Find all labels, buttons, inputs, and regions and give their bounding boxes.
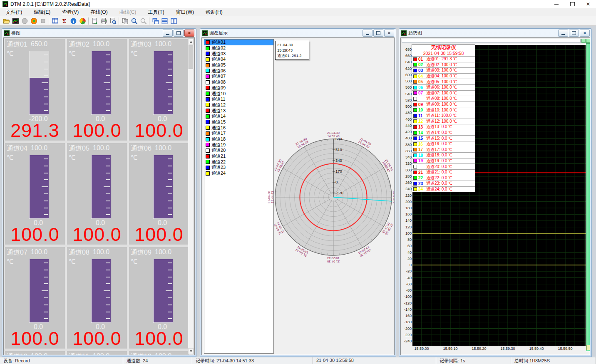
menu-item-1[interactable]: 文件(F) xyxy=(0,8,28,16)
menu-item-6[interactable]: 工具(T) xyxy=(142,8,170,16)
bar-cell-通道07: 通道07100.0℃0.0100.0 xyxy=(5,247,65,349)
unit-label: ℃ xyxy=(131,154,138,161)
channel-list-item-通道12[interactable]: 通道12 xyxy=(204,102,273,108)
bar-scrollbar[interactable] xyxy=(188,38,194,354)
legend-color-swatch xyxy=(413,80,417,84)
legend-row: 24通道24: 0.0 ℃ xyxy=(412,186,475,192)
gauge-tick xyxy=(106,158,110,159)
trend-maximize-button[interactable] xyxy=(569,30,579,37)
channel-name: 通道04 xyxy=(7,144,27,153)
bar-window-title-bar[interactable]: 棒图 × xyxy=(3,29,195,37)
trend-minimize-button[interactable] xyxy=(558,30,568,37)
legend-channel-value: 通道05: 100.0 ℃ xyxy=(426,79,457,85)
disc-maximize-button[interactable] xyxy=(373,30,383,37)
zoom-icon[interactable] xyxy=(129,17,139,25)
scroll-down-icon[interactable] xyxy=(188,348,194,354)
menu-item-8[interactable]: 帮助(H) xyxy=(200,8,228,16)
svg-text:-170: -170 xyxy=(335,191,343,195)
bar-close-button[interactable]: × xyxy=(184,30,194,37)
status-field-2: 通道数: 24 xyxy=(123,357,192,364)
realtime-display-icon[interactable] xyxy=(11,17,20,25)
channel-name: 通道08 xyxy=(69,248,89,257)
record-active-icon[interactable] xyxy=(29,17,38,25)
zoom-disabled-icon[interactable] xyxy=(139,17,148,25)
gauge-tick xyxy=(104,186,110,187)
channel-list-item-通道05[interactable]: 通道05 xyxy=(204,62,273,68)
scroll-up-icon[interactable] xyxy=(188,39,194,45)
legend-channel-value: 通道22: 0.0 ℃ xyxy=(426,175,452,181)
trend-scroll-left-box[interactable] xyxy=(581,39,586,43)
trend-h-scrollbar[interactable] xyxy=(402,39,581,43)
maximize-button[interactable] xyxy=(564,0,580,8)
channel-name: 通道09 xyxy=(131,248,151,257)
channel-list-item-通道07[interactable]: 通道07 xyxy=(204,74,273,79)
trend-close-button[interactable]: × xyxy=(580,30,590,37)
trend-v-scrollbar-thumb[interactable] xyxy=(586,345,590,350)
channel-list-item-通道09[interactable]: 通道09 xyxy=(204,85,273,91)
channel-name: 通道02 xyxy=(69,40,89,49)
channel-color-swatch xyxy=(206,80,210,84)
legend-channel-number: 15 xyxy=(418,136,425,141)
info-icon[interactable]: i xyxy=(69,17,78,25)
svg-text:15:44:43: 15:44:43 xyxy=(271,191,274,203)
disc-window-title-bar[interactable]: 圆盘显示 × xyxy=(201,29,395,37)
minimize-button[interactable] xyxy=(549,0,564,8)
trend-scroll-right-box[interactable] xyxy=(586,39,590,43)
trend-v-scrollbar[interactable] xyxy=(586,43,590,351)
menu-item-7[interactable]: 窗口(W) xyxy=(170,8,200,16)
channel-list-item-通道01[interactable]: 通道01 xyxy=(204,40,273,45)
legend-color-swatch xyxy=(413,74,417,78)
bar-minimize-button[interactable] xyxy=(163,30,173,37)
tile-horizontal-icon[interactable] xyxy=(160,17,169,25)
data-table-icon[interactable] xyxy=(50,17,60,25)
legend-channel-value: 通道07: 100.0 ℃ xyxy=(426,90,457,96)
close-button[interactable]: ✕ xyxy=(580,0,596,8)
print-preview-icon[interactable] xyxy=(108,17,117,25)
gauge-tick xyxy=(106,104,110,104)
gauge-tick xyxy=(106,262,110,263)
trend-window-title-bar[interactable]: 趋势图 × xyxy=(400,29,590,37)
gauge-tick xyxy=(44,158,48,159)
legend-channel-value: 通道20: 0.0 ℃ xyxy=(426,164,452,170)
menu-item-2[interactable]: 编辑(E) xyxy=(28,8,56,16)
menu-item-5[interactable]: 曲线(C) xyxy=(114,8,142,16)
channel-list-item-通道02[interactable]: 通道02 xyxy=(204,45,273,51)
channel-list-item-通道14[interactable]: 通道14 xyxy=(204,114,273,119)
statistics-icon[interactable]: Σ xyxy=(60,17,69,25)
scale-max: 100.0 xyxy=(155,40,171,48)
channel-list-item-通道06[interactable]: 通道06 xyxy=(204,68,273,74)
stop-inactive-icon[interactable] xyxy=(38,17,47,25)
copy-icon[interactable] xyxy=(120,17,129,25)
disc-minimize-button[interactable] xyxy=(363,30,372,37)
channel-list-item-通道08[interactable]: 通道08 xyxy=(204,79,273,85)
open-file-icon[interactable] xyxy=(2,17,11,25)
menu-item-3[interactable]: 查看(V) xyxy=(56,8,84,16)
legend-channel-number: 02 xyxy=(418,62,425,67)
export-icon[interactable] xyxy=(90,17,99,25)
y-tick-label: 380 xyxy=(401,143,412,147)
y-tick-label: 600 xyxy=(401,73,412,77)
unit-label: ℃ xyxy=(7,50,14,57)
channel-list-item-通道10[interactable]: 通道10 xyxy=(204,91,273,97)
channel-list-item-通道15[interactable]: 通道15 xyxy=(204,119,273,125)
record-inactive-icon[interactable] xyxy=(20,17,29,25)
unit-label: ℃ xyxy=(131,258,138,265)
bar-scrollbar-thumb[interactable] xyxy=(189,45,193,69)
y-tick-label: -140 xyxy=(401,307,412,312)
cascade-windows-icon[interactable] xyxy=(151,17,160,25)
disc-close-button[interactable]: × xyxy=(384,30,394,37)
print-icon[interactable] xyxy=(99,17,108,25)
y-tick-label: 620 xyxy=(401,67,412,71)
bar-cell-通道11: 通道11100.0℃0.0100.0 xyxy=(67,351,127,355)
channel-list-item-通道04[interactable]: 通道04 xyxy=(204,57,273,62)
bar-maximize-button[interactable] xyxy=(174,30,184,37)
channel-list-item-通道11[interactable]: 通道11 xyxy=(204,97,273,102)
menu-item-4[interactable]: 在线(O) xyxy=(84,8,113,16)
app-title-bar[interactable]: DTM 2.0.1 [C:\DTM 2.0.2\RealData] ✕ xyxy=(0,0,596,9)
legend-channel-value: 通道21: 0.0 ℃ xyxy=(426,169,452,175)
legend-channel-value: 通道23: 0.0 ℃ xyxy=(426,181,452,186)
channel-list-item-通道13[interactable]: 通道13 xyxy=(204,108,273,114)
pie-chart-icon[interactable] xyxy=(78,17,87,25)
tile-vertical-icon[interactable] xyxy=(169,17,178,25)
channel-list-item-通道03[interactable]: 通道03 xyxy=(204,51,273,57)
